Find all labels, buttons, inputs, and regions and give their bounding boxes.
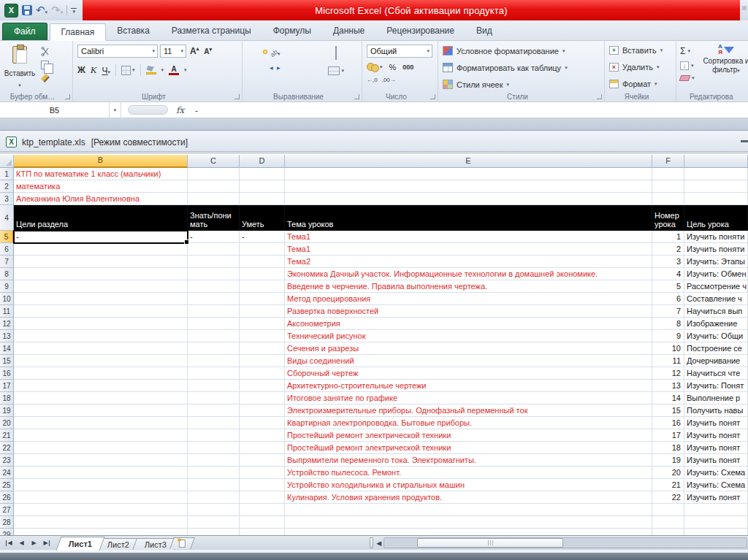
cell[interactable] <box>240 380 285 392</box>
number-dialog-launcher[interactable] <box>430 94 435 99</box>
cell[interactable]: Электроизмерительные приборы. Однофазный… <box>285 404 652 417</box>
hscroll-left-icon[interactable]: ◀ <box>376 540 381 547</box>
cell[interactable] <box>240 168 285 180</box>
cell[interactable]: 8 <box>652 318 684 330</box>
cell[interactable] <box>14 268 188 280</box>
cell[interactable]: 14 <box>652 392 684 404</box>
cell[interactable]: Кулинария. Условия хранения продуктов. <box>285 491 652 504</box>
row-header[interactable]: 23 <box>0 454 14 467</box>
cell[interactable] <box>652 516 684 529</box>
cell[interactable]: Составление ч <box>684 293 748 305</box>
orientation-button[interactable]: ab▾ <box>270 45 280 58</box>
fill-button[interactable]: ↓▾ <box>680 61 695 70</box>
row-header[interactable]: 21 <box>0 429 14 442</box>
undo-icon[interactable]: ↶▾ <box>36 4 47 17</box>
cell[interactable]: Изучить понят <box>684 429 748 442</box>
fill-color-button[interactable] <box>146 66 156 74</box>
cell[interactable] <box>240 504 285 516</box>
cell[interactable]: Виды соединений <box>285 355 652 367</box>
row-header[interactable]: 11 <box>0 305 14 318</box>
cell[interactable]: КТП по математике 1 класс (мальчики) <box>14 168 188 180</box>
cell[interactable]: 17 <box>652 429 684 442</box>
cell[interactable]: Изучить понят <box>684 442 748 454</box>
ribbon-tab-Рецензирование[interactable]: Рецензирование <box>375 23 465 40</box>
row-header[interactable]: 18 <box>0 392 14 404</box>
row-header[interactable]: 7 <box>0 256 14 268</box>
cell[interactable]: Изучить: Обмен <box>684 268 748 280</box>
cell[interactable]: Научиться чте <box>684 367 748 380</box>
row-header[interactable]: 28 <box>0 516 14 529</box>
cell[interactable] <box>240 193 285 205</box>
alignment-dialog-launcher[interactable] <box>354 94 359 99</box>
row-header[interactable]: 15 <box>0 355 14 367</box>
conditional-formatting-button[interactable]: Условное форматирование▾ <box>443 46 565 55</box>
cell[interactable]: математика <box>14 180 188 193</box>
row-header[interactable]: 22 <box>0 442 14 454</box>
cell[interactable]: 10 <box>652 342 684 355</box>
italic-button[interactable]: К <box>91 64 97 76</box>
cell[interactable] <box>285 529 652 535</box>
horizontal-scrollbar-thumb[interactable] <box>417 538 563 548</box>
cell[interactable] <box>188 168 240 180</box>
name-box-dropdown-icon[interactable]: ▾ <box>110 102 121 118</box>
cell[interactable] <box>14 380 188 392</box>
cell[interactable] <box>188 280 240 293</box>
accounting-format-button[interactable]: ▾ <box>367 63 383 72</box>
borders-button[interactable]: ▾ <box>121 66 135 75</box>
cell[interactable] <box>684 504 748 516</box>
cell[interactable] <box>188 180 240 193</box>
decrease-indent-button[interactable] <box>270 64 275 68</box>
align-middle-button[interactable] <box>256 50 260 54</box>
cell[interactable]: 6 <box>652 293 684 305</box>
column-header[interactable]: C <box>188 155 240 168</box>
cell[interactable] <box>240 318 285 330</box>
shrink-font-button[interactable]: А▾ <box>202 47 213 55</box>
cell[interactable]: Введение в черчение. Правила выполнения … <box>285 280 652 293</box>
cell[interactable] <box>188 380 240 392</box>
cell[interactable] <box>14 305 188 318</box>
row-header[interactable]: 24 <box>0 467 14 479</box>
cell[interactable]: 19 <box>652 454 684 467</box>
cell[interactable]: Простейший ремонт электрической техники <box>285 429 652 442</box>
cell[interactable]: 20 <box>652 467 684 479</box>
cell[interactable] <box>285 168 652 180</box>
cell[interactable]: Цели раздела <box>14 205 188 231</box>
insert-function-icon[interactable]: fx <box>175 105 191 115</box>
prev-sheet-icon[interactable]: ◀ <box>16 538 27 548</box>
cell[interactable] <box>14 454 188 467</box>
cell[interactable] <box>240 479 285 491</box>
cell[interactable]: Изучить понят <box>684 491 748 504</box>
cell[interactable] <box>188 491 240 504</box>
cell[interactable] <box>14 392 188 404</box>
copy-button[interactable]: ▾ <box>41 61 53 69</box>
excel-app-icon[interactable]: X <box>4 4 18 18</box>
cell[interactable] <box>240 180 285 193</box>
ribbon-tab-Вид[interactable]: Вид <box>465 23 503 40</box>
formula-input[interactable]: - <box>191 106 198 115</box>
cell[interactable]: 11 <box>652 355 684 367</box>
cell[interactable] <box>652 168 684 180</box>
merge-center-button[interactable]: ▾ <box>328 66 344 75</box>
cell[interactable]: Дочерчивание <box>684 355 748 367</box>
cell[interactable] <box>684 516 748 529</box>
cell[interactable] <box>684 529 748 535</box>
cell[interactable] <box>684 168 748 180</box>
cell[interactable]: - <box>14 231 188 243</box>
cell[interactable] <box>240 342 285 355</box>
cell[interactable]: Итоговое занятие по графике <box>285 392 652 404</box>
cell[interactable] <box>240 256 285 268</box>
cell[interactable]: - <box>188 231 240 243</box>
cell[interactable] <box>188 516 240 529</box>
cell[interactable] <box>240 529 285 535</box>
row-header[interactable]: 13 <box>0 330 14 342</box>
cell[interactable]: 2 <box>652 243 684 256</box>
cell[interactable]: 7 <box>652 305 684 318</box>
cell[interactable]: Квартирная электропроводка. Бытовые приб… <box>285 417 652 429</box>
cell[interactable]: Метод проецирования <box>285 293 652 305</box>
cell[interactable]: Изучить: Общи <box>684 330 748 342</box>
cell[interactable]: 22 <box>652 491 684 504</box>
underline-button[interactable]: Ч▾ <box>102 64 111 77</box>
cell[interactable] <box>188 504 240 516</box>
cell[interactable]: Построение се <box>684 342 748 355</box>
cell[interactable] <box>14 280 188 293</box>
